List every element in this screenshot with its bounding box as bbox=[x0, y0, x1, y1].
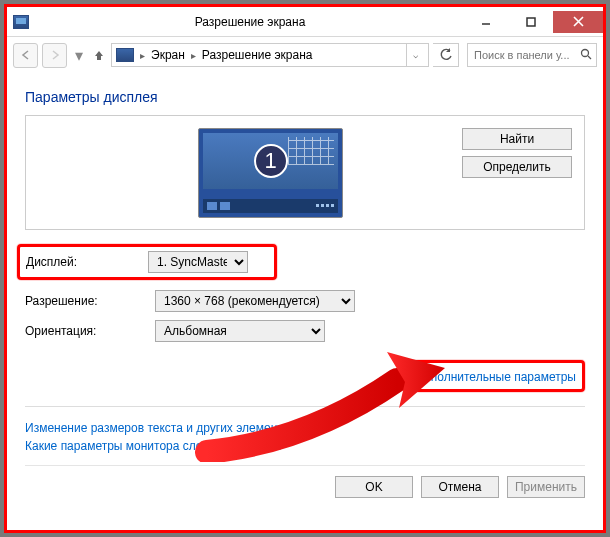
separator bbox=[25, 406, 585, 407]
apply-button[interactable]: Применить bbox=[507, 476, 585, 498]
search-icon bbox=[580, 46, 592, 64]
history-dropdown[interactable]: ▾ bbox=[71, 43, 87, 68]
text-size-link[interactable]: Изменение размеров текста и других элеме… bbox=[25, 421, 585, 435]
advanced-link-highlight: Дополнительные параметры bbox=[407, 360, 585, 392]
screen-resolution-window: Разрешение экрана ▾ ▸ Экран ▸ Разрешение… bbox=[7, 7, 603, 530]
orientation-select[interactable]: Альбомная bbox=[155, 320, 325, 342]
maximize-button[interactable] bbox=[508, 11, 553, 33]
svg-rect-0 bbox=[527, 18, 535, 26]
window-title: Разрешение экрана bbox=[37, 15, 463, 29]
navbar: ▾ ▸ Экран ▸ Разрешение экрана ⌵ bbox=[7, 37, 603, 73]
chevron-right-icon: ▸ bbox=[191, 50, 196, 61]
search-input[interactable] bbox=[472, 48, 580, 62]
monitor-icon bbox=[116, 48, 134, 62]
resolution-row: Разрешение: 1360 × 768 (рекомендуется) bbox=[25, 286, 585, 316]
forward-button[interactable] bbox=[42, 43, 67, 68]
display-label: Дисплей: bbox=[26, 255, 148, 269]
refresh-button[interactable] bbox=[433, 43, 459, 67]
breadcrumb-root[interactable]: Экран bbox=[151, 48, 185, 62]
monitor-preview-panel: 1 Найти Определить bbox=[25, 115, 585, 230]
orientation-label: Ориентация: bbox=[25, 324, 155, 338]
advanced-settings-link[interactable]: Дополнительные параметры bbox=[416, 370, 576, 384]
which-monitor-link[interactable]: Какие параметры монитора следует выбрать… bbox=[25, 439, 585, 453]
related-links: Изменение размеров текста и других элеме… bbox=[25, 417, 585, 457]
search-box[interactable] bbox=[467, 43, 597, 67]
monitor-thumbnail[interactable]: 1 bbox=[198, 128, 343, 218]
taskbar-preview bbox=[203, 199, 338, 213]
monitor-number-badge: 1 bbox=[254, 144, 288, 178]
orientation-row: Ориентация: Альбомная bbox=[25, 316, 585, 346]
find-button[interactable]: Найти bbox=[462, 128, 572, 150]
display-select[interactable]: 1. SyncMaster bbox=[148, 251, 248, 273]
back-button[interactable] bbox=[13, 43, 38, 68]
page-heading: Параметры дисплея bbox=[25, 89, 585, 105]
breadcrumb-current[interactable]: Разрешение экрана bbox=[202, 48, 313, 62]
content-pane: Параметры дисплея 1 Найти Определить Дис… bbox=[7, 73, 603, 530]
svg-point-1 bbox=[582, 50, 589, 57]
resolution-label: Разрешение: bbox=[25, 294, 155, 308]
breadcrumb-dropdown[interactable]: ⌵ bbox=[406, 43, 424, 67]
breadcrumb[interactable]: ▸ Экран ▸ Разрешение экрана ⌵ bbox=[111, 43, 429, 67]
titlebar: Разрешение экрана bbox=[7, 7, 603, 37]
desktop-grid-icon bbox=[288, 137, 334, 165]
settings-form: Дисплей: 1. SyncMaster Разрешение: 1360 … bbox=[25, 242, 585, 346]
ok-button[interactable]: OK bbox=[335, 476, 413, 498]
app-icon bbox=[13, 15, 29, 29]
minimize-button[interactable] bbox=[463, 11, 508, 33]
display-row-highlight: Дисплей: 1. SyncMaster bbox=[17, 244, 277, 280]
cancel-button[interactable]: Отмена bbox=[421, 476, 499, 498]
resolution-select[interactable]: 1360 × 768 (рекомендуется) bbox=[155, 290, 355, 312]
detect-button[interactable]: Определить bbox=[462, 156, 572, 178]
close-button[interactable] bbox=[553, 11, 603, 33]
chevron-right-icon: ▸ bbox=[140, 50, 145, 61]
up-button[interactable] bbox=[91, 43, 107, 68]
dialog-button-bar: OK Отмена Применить bbox=[25, 465, 585, 498]
